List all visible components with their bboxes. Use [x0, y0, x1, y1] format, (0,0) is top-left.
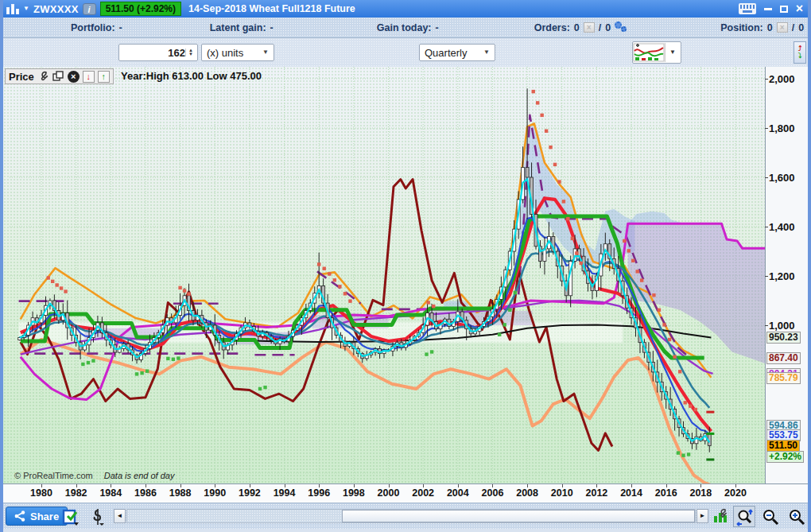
- sar-below-green: [425, 352, 428, 355]
- year-label: 1994: [269, 487, 301, 499]
- chart-settings-button[interactable]: [711, 507, 731, 526]
- chevron-down-icon: ▼: [262, 49, 269, 56]
- latent-gain-value: -: [270, 22, 274, 33]
- list-of-charts-button[interactable]: [60, 507, 81, 526]
- price-chart[interactable]: [3, 67, 765, 483]
- duplicate-window-icon[interactable]: [52, 71, 64, 83]
- sar-below-green: [681, 453, 685, 456]
- sar-below-green: [91, 359, 95, 362]
- zoom-selection-tool[interactable]: [733, 506, 755, 527]
- watermark: © ProRealTime.comData is end of day: [14, 471, 174, 480]
- sar-above-red: [684, 401, 687, 404]
- bottom-toolbar: Share ◄ ►: [3, 503, 811, 529]
- sar-above-red: [333, 278, 336, 282]
- sar-below-green: [263, 386, 266, 389]
- units-mode-dropdown[interactable]: (x) units▼: [201, 44, 274, 61]
- sar-above-red: [549, 146, 552, 149]
- collapse-panel-button[interactable]: ⤴ ⤵: [794, 41, 806, 64]
- move-up-icon[interactable]: ↑: [98, 71, 110, 83]
- price-tick-label: 1,600: [769, 172, 810, 184]
- units-spinner[interactable]: ▲▼: [185, 49, 196, 56]
- timeframe-dropdown[interactable]: Quarterly▼: [419, 44, 495, 61]
- order-tool-button[interactable]: [87, 507, 108, 526]
- year-label: 1998: [338, 487, 370, 499]
- year-label: 1992: [234, 487, 266, 499]
- sar-above-red: [640, 278, 643, 282]
- price-axis[interactable]: 2,0001,8001,6001,4001,2001,000950.23867.…: [765, 67, 811, 483]
- year-label: 1996: [303, 487, 335, 499]
- info-button[interactable]: i: [83, 3, 96, 15]
- share-button[interactable]: Share: [6, 507, 68, 526]
- scroll-left-arrow[interactable]: ◄: [114, 509, 126, 523]
- window-title: 14-Sep-2018 Wheat Full1218 Future: [188, 3, 735, 14]
- sar-above-red: [673, 355, 676, 358]
- sar-below-green: [498, 333, 501, 336]
- pane-title: Price: [9, 71, 34, 83]
- chart-style-thumbnail: [633, 43, 665, 62]
- sar-below-green: [172, 358, 175, 361]
- sar-below-green: [81, 363, 84, 366]
- year-label: 2008: [511, 487, 543, 499]
- sar-above-red: [631, 259, 634, 262]
- cancel-orders-button[interactable]: ×: [584, 22, 595, 33]
- price-tick-label: 2,000: [769, 73, 810, 85]
- zoom-in-button[interactable]: [786, 506, 808, 527]
- sar-above-red: [64, 289, 67, 293]
- sar-above-red: [328, 272, 331, 275]
- close-button[interactable]: ×: [796, 3, 803, 14]
- sar-below-green: [135, 372, 138, 375]
- sar-above-red: [532, 90, 535, 93]
- position-settings-icon[interactable]: [808, 21, 811, 33]
- sar-above-red: [678, 370, 681, 373]
- symbol-dropdown-caret[interactable]: ▼: [23, 6, 29, 12]
- chart-scrollbar-thumb[interactable]: [342, 510, 695, 522]
- sar-below-green: [166, 357, 169, 360]
- close-position-button[interactable]: ×: [777, 22, 788, 33]
- sar-above-red: [426, 301, 429, 304]
- chart-style-button[interactable]: ▼: [632, 41, 681, 64]
- year-label: 1982: [60, 487, 92, 499]
- close-pane-icon[interactable]: ×: [68, 71, 80, 83]
- chart-style-caret[interactable]: ▼: [665, 43, 680, 62]
- sar-above-red: [540, 114, 543, 117]
- move-down-icon[interactable]: ↓: [83, 71, 95, 83]
- sar-above-red: [178, 286, 181, 289]
- time-axis[interactable]: 1980198219841986198819901992199419961998…: [3, 483, 811, 503]
- sar-above-red: [60, 286, 63, 289]
- keyboard-icon[interactable]: [739, 3, 756, 14]
- units-count-input[interactable]: 162 ▲▼: [118, 44, 198, 61]
- maximize-button[interactable]: [780, 6, 788, 13]
- year-label: 1986: [130, 487, 161, 499]
- year-label: 2018: [685, 487, 716, 499]
- sar-above-red: [668, 338, 671, 341]
- sar-above-red: [571, 237, 574, 240]
- sar-below-green: [687, 452, 690, 456]
- wrench-icon[interactable]: [37, 71, 49, 83]
- copyright-text: © ProRealTime.com: [14, 471, 93, 480]
- window-controls: ×: [739, 3, 803, 14]
- year-label: 2014: [615, 487, 647, 499]
- minimize-button[interactable]: [764, 8, 772, 10]
- sar-above-red: [338, 285, 341, 288]
- sar-above-red: [575, 251, 578, 254]
- scroll-right-arrow[interactable]: ►: [697, 509, 708, 523]
- candlestick-chart-icon[interactable]: [6, 4, 19, 14]
- green-arrow-icon: ⤵: [798, 52, 802, 60]
- year-label: 2002: [407, 487, 439, 499]
- sar-above-red: [545, 130, 548, 133]
- sar-below-green: [140, 371, 143, 375]
- year-label: 1984: [95, 487, 126, 499]
- year-label: 2020: [720, 487, 751, 499]
- year-label: 2012: [580, 487, 612, 499]
- sar-above-red: [432, 305, 435, 308]
- sar-below-green: [87, 361, 90, 364]
- chart-area: Price × ↓ ↑ Year:High 613.00 Low 475.00 …: [3, 67, 811, 483]
- zoom-out-button[interactable]: [759, 506, 782, 527]
- sar-above-red: [694, 408, 697, 411]
- sar-above-red: [662, 323, 665, 326]
- orders-settings-icon[interactable]: [615, 21, 629, 33]
- blue-cloud-2014: [628, 212, 724, 224]
- gain-today-value: -: [436, 22, 439, 33]
- sar-above-red: [658, 309, 661, 312]
- chart-scrollbar-track[interactable]: [126, 509, 696, 523]
